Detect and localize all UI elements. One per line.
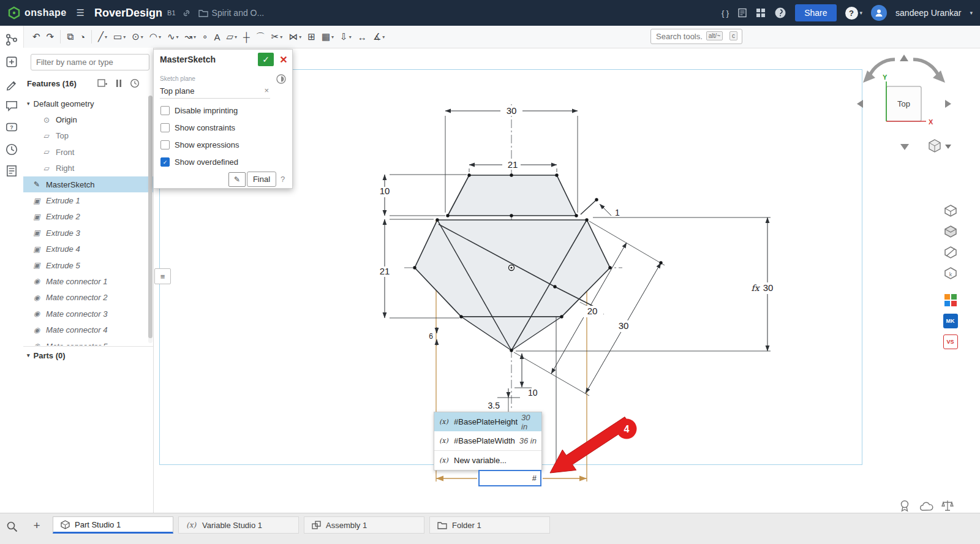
- chevron-down-icon[interactable]: ▾: [970, 10, 973, 16]
- arc-tool-button[interactable]: ◠▾: [147, 28, 164, 45]
- checkbox-show-overdefined[interactable]: ✓Show overdefined: [160, 157, 238, 167]
- rotate-left-arrow-icon[interactable]: [869, 59, 895, 77]
- spline-tool-button[interactable]: ∿▾: [165, 28, 181, 45]
- tilt-down-arrow-icon[interactable]: [900, 144, 909, 150]
- versions-icon[interactable]: [5, 33, 18, 47]
- avatar[interactable]: [871, 5, 887, 21]
- scrollbar-thumb[interactable]: [148, 96, 153, 338]
- help-icon[interactable]: ?: [845, 7, 858, 20]
- checkbox-show-expressions[interactable]: Show expressions: [160, 140, 239, 149]
- tree-group-default-geometry[interactable]: ▾Default geometry: [23, 96, 153, 111]
- tree-item-mate-connector-1[interactable]: ◉Mate connector 1: [23, 273, 153, 289]
- text-tool-button[interactable]: A: [211, 28, 222, 45]
- fold-panel-button[interactable]: ≡: [154, 268, 171, 284]
- undo-button[interactable]: ↶: [30, 28, 43, 45]
- rotate-right-arrow-icon[interactable]: [913, 59, 939, 77]
- tree-item-extrude-2[interactable]: ▣Extrude 2: [23, 209, 153, 225]
- tilt-up-arrow-icon[interactable]: [900, 55, 908, 61]
- checkbox[interactable]: [160, 123, 170, 132]
- view-mode-button[interactable]: [929, 140, 951, 152]
- tree-item-extrude-4[interactable]: ▣Extrude 4: [23, 241, 153, 257]
- tab-assembly-1[interactable]: Assembly 1: [304, 516, 424, 534]
- mk-app-button[interactable]: MK: [942, 312, 959, 329]
- mirror-tool-button[interactable]: ⋈▾: [286, 28, 304, 45]
- trim-tool-button[interactable]: ✂▾: [269, 28, 285, 45]
- search-tools-input[interactable]: [650, 29, 742, 44]
- rotate-view-right-icon[interactable]: [945, 100, 951, 108]
- tab-part-studio-1[interactable]: Part Studio 1: [53, 516, 173, 534]
- checkbox-show-constraints[interactable]: Show constraints: [160, 123, 235, 132]
- search-tabs-icon[interactable]: [6, 521, 18, 533]
- tree-item-mate-connector-4[interactable]: ◉Mate connector 4: [23, 322, 153, 338]
- sketch-plane-field[interactable]: Top plane ×: [160, 84, 270, 99]
- curve-tool-button[interactable]: ↝▾: [182, 28, 198, 45]
- circle-tool-button[interactable]: ⊙▾: [129, 28, 146, 45]
- section-view-button[interactable]: [942, 244, 959, 260]
- tab-variable-studio-1[interactable]: (x) Variable Studio 1: [178, 516, 299, 534]
- insert-icon[interactable]: [5, 55, 18, 69]
- checkbox-disable-imprinting[interactable]: Disable imprinting: [160, 106, 238, 115]
- tree-item-extrude-5[interactable]: ▣Extrude 5: [23, 257, 153, 273]
- final-state-icon[interactable]: [130, 78, 140, 88]
- autocomplete-new-variable[interactable]: (x) New variable...: [434, 450, 541, 470]
- named-views-button[interactable]: k: [942, 265, 959, 281]
- rotate-left-arrowhead-icon[interactable]: [863, 70, 875, 83]
- view-cube-face-label[interactable]: Top: [897, 99, 910, 108]
- checkbox[interactable]: [160, 140, 170, 149]
- tree-item-mate-connector-5[interactable]: ◉Mate connector 5: [23, 338, 153, 346]
- rectangle-tool-button[interactable]: ▭▾: [111, 28, 128, 45]
- insert-feature-icon[interactable]: [97, 79, 108, 88]
- rotate-right-arrowhead-icon[interactable]: [933, 70, 945, 83]
- inspect-tool-button[interactable]: ∡▾: [371, 28, 387, 45]
- paste-sketch-button[interactable]: ⧉: [64, 28, 76, 45]
- checkbox-checked[interactable]: ✓: [160, 157, 170, 167]
- rollback-bar-icon[interactable]: [116, 79, 122, 88]
- tree-item-front-plane[interactable]: ▱Front: [23, 144, 153, 160]
- history-icon[interactable]: [5, 143, 18, 156]
- tree-item-top-plane[interactable]: ▱Top: [23, 128, 153, 144]
- clear-icon[interactable]: ×: [264, 86, 269, 95]
- dimension-tool-button[interactable]: ┼: [241, 28, 252, 45]
- tree-item-extrude-1[interactable]: ▣Extrude 1: [23, 192, 153, 208]
- feature-state-icon[interactable]: [276, 74, 287, 85]
- view-cube[interactable]: Top Y X: [854, 52, 959, 159]
- autocomplete-item-baseplatewidth[interactable]: (x) #BasePlateWidth 36 in: [434, 431, 541, 450]
- link-icon[interactable]: [182, 9, 191, 18]
- offset-tool-button[interactable]: ⇩▾: [337, 28, 354, 45]
- chevron-down-icon[interactable]: ▾: [27, 100, 30, 107]
- app-store-icon[interactable]: [756, 8, 766, 18]
- document-title[interactable]: RoverDesign: [94, 7, 162, 20]
- help-icon[interactable]: ?: [281, 175, 285, 184]
- conic-tool-button[interactable]: ◔: [77, 28, 88, 45]
- version-badge[interactable]: B1: [167, 9, 175, 17]
- redo-button[interactable]: ↷: [44, 28, 57, 45]
- menu-icon[interactable]: ☰: [77, 7, 85, 18]
- tree-item-extrude-3[interactable]: ▣Extrude 3: [23, 225, 153, 241]
- folder-name[interactable]: Spirit and O...: [212, 8, 265, 18]
- linear-pattern-button[interactable]: ⊞: [305, 28, 318, 45]
- tree-item-mate-connector-2[interactable]: ◉Mate connector 2: [23, 290, 153, 306]
- dimension-value-input[interactable]: [478, 470, 541, 486]
- fillet-tool-button[interactable]: ⌒: [254, 28, 268, 45]
- share-button[interactable]: Share: [795, 4, 836, 21]
- construction-tool-button[interactable]: ▱▾: [224, 28, 239, 45]
- tree-item-origin[interactable]: ⊙Origin: [23, 111, 153, 127]
- checkbox[interactable]: [160, 106, 170, 115]
- final-button[interactable]: Final: [247, 172, 276, 187]
- username[interactable]: sandeep Urankar: [895, 8, 961, 18]
- circular-pattern-button[interactable]: ▦▾: [319, 28, 336, 45]
- help-icon[interactable]: ?: [5, 121, 18, 134]
- notes-icon[interactable]: [5, 164, 18, 178]
- shaded-view-button[interactable]: [942, 223, 959, 240]
- measure-tool-button[interactable]: ↔: [355, 28, 369, 45]
- sketch-region-button[interactable]: ✎: [228, 172, 246, 187]
- point-tool-button[interactable]: ∘: [200, 28, 210, 45]
- comments-icon[interactable]: [5, 99, 18, 113]
- tab-folder-1[interactable]: Folder 1: [429, 516, 550, 534]
- sketch-origin[interactable]: [509, 265, 514, 271]
- filter-input[interactable]: [31, 54, 149, 70]
- tree-group-parts[interactable]: ▾Parts (0): [23, 346, 153, 364]
- isometric-view-button[interactable]: [942, 202, 959, 219]
- accept-button[interactable]: ✓: [258, 53, 274, 66]
- report-icon[interactable]: [737, 8, 747, 18]
